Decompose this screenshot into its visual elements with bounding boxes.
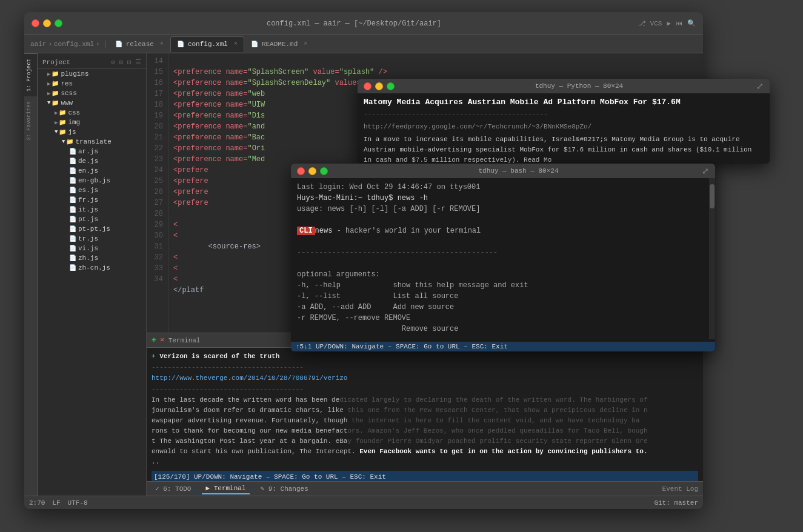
tree-item-en-gb[interactable]: 📄 en-gb.js (38, 176, 146, 185)
bash-terminal-window: tdhuy — bash — 80×24 ⤢ Last login: Wed O… (291, 164, 715, 351)
terminal-body: In the last decade the written word has … (152, 395, 698, 467)
run-icon[interactable]: ▶ (667, 19, 671, 27)
readme-file-icon: 📄 (251, 41, 258, 48)
bash-optional: optional arguments: (297, 269, 709, 280)
tree-item-it[interactable]: 📄 it.js (38, 205, 146, 214)
tree-item-img[interactable]: ▶ 📁 img (38, 118, 146, 127)
python-expand-icon[interactable]: ⤢ (756, 81, 764, 91)
tab-config-close[interactable]: × (234, 41, 238, 47)
python-title-bar: tdhuy — Python — 80×24 ⤢ (358, 79, 770, 93)
tab-readme-label: README.md (262, 41, 298, 48)
bash-clinews: CLInews - hacker's world in your termina… (297, 225, 709, 236)
bash-line-3: usage: news [-h] [-l] [-a ADD] [-r REMOV… (297, 204, 709, 214)
tab-terminal[interactable]: ▶ Terminal (202, 483, 249, 494)
python-terminal-window: tdhuy — Python — 80×24 ⤢ Matomy Media Ac… (358, 79, 770, 164)
bash-remove: -r REMOVE, --remove REMOVE (297, 313, 709, 324)
tree-item-scss[interactable]: ▶ 📁 scss (38, 88, 146, 98)
terminal-url: http://www.theverge.com/2014/10/28/70867… (152, 373, 698, 383)
event-log[interactable]: Event Log (662, 485, 698, 493)
python-traffic-lights (364, 82, 395, 90)
bash-window-title: tdhuy — bash — 80×24 (335, 167, 702, 175)
news-headline: Matomy Media Acquires Austrian Mobile Ad… (364, 97, 764, 108)
tab-bar: aair › config.xml › 📄 release × 📄 config… (24, 35, 703, 53)
todo-label: 6: TODO (163, 485, 191, 493)
tree-item-www[interactable]: ▼ 📁 www (38, 98, 146, 108)
status-vcs: Git: master (654, 499, 698, 507)
close-button[interactable] (32, 19, 39, 27)
debug-icon[interactable]: ⏮ (676, 19, 682, 27)
status-encoding: UTF-8 (68, 499, 88, 507)
minimize-button[interactable] (43, 19, 51, 27)
python-minimize[interactable] (375, 82, 383, 90)
bash-add: -a ADD, --add ADD Add new source (297, 302, 709, 313)
bash-blank-1 (297, 214, 709, 225)
status-line-ending: LF (52, 499, 60, 507)
file-tree-header: Project ⊕ ⊞ ⊟ ☰ (38, 56, 146, 69)
bash-divider: ----------------------------------------… (297, 247, 709, 258)
tree-item-ar[interactable]: 📄 ar.js (38, 147, 146, 156)
bash-content[interactable]: Last login: Wed Oct 29 14:46:47 on ttys0… (291, 178, 715, 351)
terminal-remove-icon[interactable]: × (160, 336, 165, 345)
tab-release-close[interactable]: × (160, 41, 164, 47)
bash-traffic-lights (297, 167, 328, 175)
terminal-content[interactable]: + Verizon is scared of the truth -------… (147, 348, 703, 481)
tree-item-en[interactable]: 📄 en.js (38, 166, 146, 176)
bash-minimize[interactable] (308, 167, 316, 175)
tree-item-plugins[interactable]: ▶ 📁 plugins (38, 69, 146, 79)
bash-close[interactable] (297, 167, 305, 175)
bash-scrollbar[interactable] (709, 178, 715, 339)
tree-item-res[interactable]: ▶ 📁 res (38, 79, 146, 88)
terminal-add-icon[interactable]: + (152, 336, 156, 345)
breadcrumb: aair › config.xml › (27, 41, 106, 48)
bash-help: -h, --help show this help message and ex… (297, 280, 709, 291)
vcs-icon[interactable]: ⎇ VCS (638, 19, 662, 27)
tree-item-de[interactable]: 📄 de.js (38, 156, 146, 166)
tree-item-tr[interactable]: 📄 tr.js (38, 234, 146, 244)
maximize-button[interactable] (55, 19, 62, 27)
project-label: Project (42, 59, 70, 66)
breadcrumb-project[interactable]: aair (30, 41, 46, 48)
tree-item-zh-cn[interactable]: 📄 zh-cn.js (38, 263, 146, 273)
tree-item-pt-pt[interactable]: 📄 pt-pt.js (38, 224, 146, 234)
title-bar-actions: ⎇ VCS ▶ ⏮ 🔍 (638, 19, 696, 27)
tree-actions[interactable]: ⊕ ⊞ ⊟ ☰ (111, 58, 141, 66)
tab-config-xml[interactable]: 📄 config.xml × (170, 36, 244, 52)
python-close[interactable] (364, 82, 372, 90)
tab-readme[interactable]: 📄 README.md × (244, 36, 314, 52)
side-tab-project[interactable]: 1: Project (24, 53, 37, 96)
tree-item-js[interactable]: ▼ 📁 js (38, 127, 146, 137)
tree-item-es[interactable]: 📄 es.js (38, 185, 146, 195)
python-window-title: tdhuy — Python — 80×24 (405, 82, 753, 90)
tab-release[interactable]: 📄 release × (108, 36, 170, 52)
terminal-headline: + Verizon is scared of the truth (152, 351, 698, 361)
tree-item-pt[interactable]: 📄 pt.js (38, 214, 146, 224)
terminal-status: [125/170] UP/DOWN: Navigate – SPACE: Go … (152, 471, 698, 481)
search-icon[interactable]: 🔍 (687, 19, 696, 27)
tab-changes[interactable]: ✎ 9: Changes (257, 484, 312, 494)
bash-remove-desc: Remove source (297, 324, 709, 334)
tab-todo[interactable]: ✓ 6: TODO (152, 484, 195, 494)
file-tree: Project ⊕ ⊞ ⊟ ☰ ▶ 📁 plugins ▶ 📁 res ▶ 📁 … (38, 53, 147, 496)
python-maximize[interactable] (387, 82, 395, 90)
bash-expand-icon[interactable]: ⤢ (702, 166, 709, 176)
tab-readme-close[interactable]: × (304, 41, 307, 47)
todo-icon: ✓ (155, 485, 159, 493)
tree-item-zh[interactable]: 📄 zh.js (38, 253, 146, 263)
bash-blank-2 (297, 236, 709, 247)
traffic-lights (32, 19, 62, 27)
bash-title-bar: tdhuy — bash — 80×24 ⤢ (291, 164, 715, 178)
tree-item-fr[interactable]: 📄 fr.js (38, 195, 146, 205)
release-file-icon: 📄 (115, 41, 122, 48)
bash-maximize[interactable] (320, 167, 328, 175)
tree-item-css[interactable]: ▶ 📁 css (38, 108, 146, 118)
side-tab-favorites[interactable]: 2: Favorites (24, 96, 37, 145)
terminal-label: Terminal (168, 337, 201, 344)
python-content: Matomy Media Acquires Austrian Mobile Ad… (358, 93, 770, 164)
tree-item-translate[interactable]: ▼ 📁 translate (38, 137, 146, 147)
terminal-tab-label: Terminal (214, 485, 246, 492)
breadcrumb-file[interactable]: config.xml (54, 41, 94, 48)
tree-item-vi[interactable]: 📄 vi.js (38, 244, 146, 253)
bash-line-2: Huys-Mac-Mini:~ tdhuy$ news -h (297, 193, 709, 204)
bash-line-1: Last login: Wed Oct 29 14:46:47 on ttys0… (297, 182, 709, 193)
bash-scroll-thumb[interactable] (710, 184, 715, 208)
